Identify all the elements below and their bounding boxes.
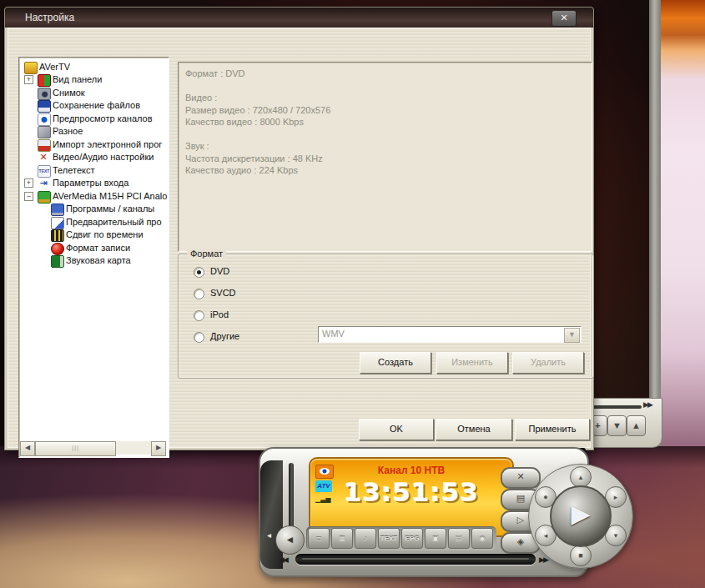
tree-item-label: Звуковая карта — [66, 255, 131, 265]
groupbox-label: Формат — [187, 249, 226, 259]
record-icon — [51, 243, 64, 255]
import-icon — [38, 139, 51, 152]
tree-item-label: Предпросмотр каналов — [53, 113, 153, 123]
format-combobox[interactable]: WMV ▼ — [318, 326, 582, 343]
tree-item-label: Снимок — [53, 88, 85, 98]
radio-selected-icon[interactable] — [194, 267, 204, 278]
speaker-icon: ◄ — [285, 534, 295, 545]
stop-small-button[interactable]: ■ — [570, 545, 592, 566]
tree-item-label: Сохранение файлов — [53, 100, 140, 110]
tree-item-label: Сдвиг по времени — [66, 229, 144, 239]
tv-window-frame — [649, 0, 661, 446]
radio-icon[interactable] — [194, 332, 204, 343]
radio-icon[interactable] — [194, 310, 204, 321]
tree-item-label: Вид панели — [53, 74, 102, 84]
desktop: ▶▶ + ▼ ▲ Настройка ✕ AVerTV + Вид панели — [0, 0, 705, 588]
expand-icon[interactable]: + — [24, 178, 33, 188]
mute-button[interactable]: ◄ — [275, 525, 305, 555]
radio-label: SVCD — [210, 288, 236, 298]
tv-channel-down-button[interactable]: ▼ — [607, 415, 627, 436]
tree-item-label: AVerMedia M15H PCI Analo — [53, 191, 167, 201]
play-button[interactable]: ▶ — [550, 485, 612, 547]
close-button[interactable]: ✕ — [551, 10, 577, 27]
player-collapse-tab[interactable] — [260, 460, 283, 569]
input-icon: ⇥ — [38, 178, 49, 188]
tree-horizontal-scrollbar[interactable]: ◀ ||| ▶ — [20, 441, 166, 455]
channels-icon — [51, 204, 64, 216]
expand-icon[interactable]: + — [24, 75, 33, 84]
play-icon: ▶ — [551, 499, 610, 528]
tree-item-label: Разное — [53, 126, 83, 136]
collapse-icon[interactable]: − — [24, 192, 33, 201]
teletext-button[interactable]: TEXT — [378, 528, 400, 549]
tree-item-label: AVerTV — [39, 62, 70, 72]
combobox-value: WMV — [322, 329, 345, 339]
dialog-body: AVerTV + Вид панели Снимок Сохранение фа… — [8, 28, 591, 448]
scroll-left-icon[interactable]: ◀ — [20, 441, 35, 456]
seek-bar[interactable] — [295, 554, 536, 565]
apply-button[interactable]: Применить — [515, 419, 590, 440]
forward-icon[interactable]: ▶▶ — [539, 555, 547, 564]
clock-display: 13:51:53 — [310, 477, 512, 507]
record-button[interactable]: ◉ — [471, 528, 493, 549]
chevron-down-icon[interactable]: ▼ — [564, 328, 580, 343]
player-toolbar: ▭ ▦ ♪ TEXT EPG ▣ ▤ ◉ — [306, 526, 496, 550]
radio-label: Другие — [210, 331, 239, 341]
ratio-button[interactable]: ▦ — [331, 528, 353, 549]
scroll-right-icon[interactable]: ▶ — [151, 441, 166, 456]
tree-item-label: Программы / каналы — [66, 204, 154, 214]
display-button[interactable]: ▭ — [308, 528, 330, 549]
tools-icon: ✕ — [38, 152, 49, 163]
scrollbar-thumb[interactable]: ||| — [35, 441, 116, 456]
delete-button[interactable]: Удалить — [512, 352, 584, 374]
stop-button[interactable]: ✕ — [501, 467, 541, 489]
camera-icon — [38, 88, 51, 100]
panel-view-icon — [38, 74, 51, 87]
audio-button[interactable]: ♪ — [355, 528, 376, 549]
timeshift-icon — [51, 229, 64, 242]
soundcard-icon — [51, 255, 64, 268]
ok-button[interactable]: OK — [359, 419, 434, 440]
radio-label: DVD — [210, 266, 229, 276]
tv-window-controlbar: ▶▶ + ▼ ▲ — [582, 398, 662, 448]
collapse-arrow-icon: ◂ — [267, 530, 271, 540]
radio-icon[interactable] — [194, 289, 204, 299]
misc-icon — [38, 126, 51, 138]
cancel-button[interactable]: Отмена — [436, 419, 512, 440]
tree-item-label: Импорт электронной прог — [53, 139, 162, 149]
wallpaper-sky — [661, 0, 705, 446]
create-button[interactable]: Создать — [360, 352, 431, 374]
teletext-icon: TEXT — [38, 165, 51, 178]
epg-button[interactable]: EPG — [401, 528, 423, 549]
lcd-display: ATV ▁▃▅ Канал 10 НТВ 13:51:53 — [309, 457, 514, 537]
dialog-title: Настройка — [25, 12, 74, 23]
format-info-panel: Формат : DVD Видео : Размер видео : 720x… — [178, 62, 592, 252]
tree-item-label: Формат записи — [66, 243, 130, 253]
settings-tree: AVerTV + Вид панели Снимок Сохранение фа… — [18, 57, 169, 458]
channel-name: Канал 10 НТВ — [310, 465, 512, 476]
capture-button[interactable]: ▤ — [448, 528, 470, 549]
tree-item-label: Видео/Аудио настройки — [53, 152, 154, 162]
tv-zoom-slider[interactable] — [587, 405, 642, 409]
radio-label: iPod — [210, 309, 229, 319]
snapshot-button[interactable]: ▣ — [425, 528, 446, 549]
playback-cluster: ▴ ▸ ▾ ■ ◂ ● ▶ — [528, 464, 633, 569]
capture-card-icon — [38, 191, 51, 204]
tree-item-label: Телетекст — [53, 165, 95, 175]
tree-item-label: Параметры входа — [53, 178, 128, 188]
edit-button[interactable]: Изменить — [436, 352, 508, 374]
format-groupbox: Формат DVD SVCD iPod Другие — [178, 254, 594, 379]
tree-item-label: Предварительный про — [66, 217, 162, 227]
eye-icon — [38, 113, 51, 126]
avertv-icon — [24, 62, 38, 74]
tv-channel-up-button[interactable]: ▲ — [627, 415, 646, 436]
rewind-icon[interactable]: ◀◀ — [279, 555, 287, 564]
dialog-titlebar[interactable]: Настройка ✕ — [5, 8, 593, 28]
tv-forward-arrows[interactable]: ▶▶ — [643, 400, 652, 409]
floppy-icon — [38, 100, 51, 113]
settings-dialog: Настройка ✕ AVerTV + Вид панели Снимок — [4, 7, 594, 450]
preview-icon — [51, 217, 64, 229]
